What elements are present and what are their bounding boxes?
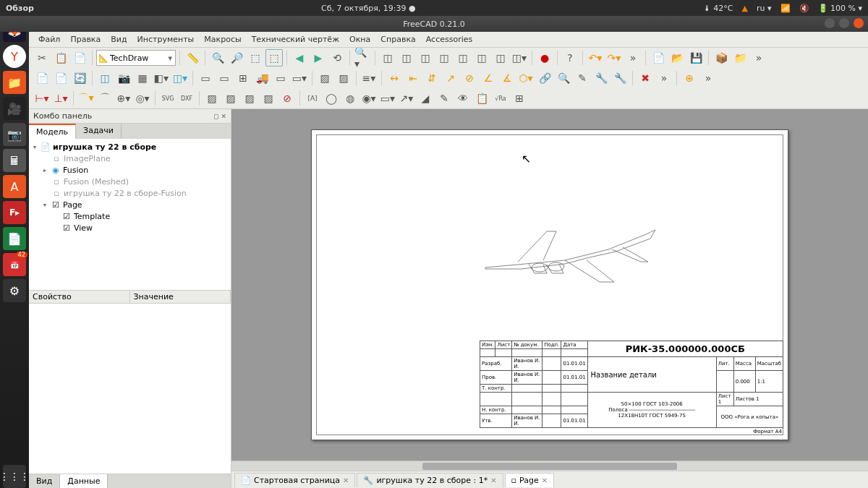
menu-view[interactable]: Вид xyxy=(106,35,132,44)
zoom-selection-button[interactable]: 🔎 xyxy=(228,49,245,67)
drawstyle-button[interactable]: ⬚ xyxy=(247,49,264,67)
menu-edit[interactable]: Правка xyxy=(65,35,106,44)
doc-tab-start[interactable]: 📄 Стартовая страница ✕ xyxy=(234,473,355,487)
doc-tab-model[interactable]: 🔧 игрушка ту 22 в сборе : 1* ✕ xyxy=(357,473,503,487)
td-add-midpoint-button[interactable]: ◉▾ xyxy=(360,90,378,107)
td-dim-link-button[interactable]: ⬡▾ xyxy=(517,69,535,87)
td-arch-view-button[interactable]: ▭ xyxy=(216,69,233,87)
window-minimize[interactable] xyxy=(825,18,835,28)
menu-tools[interactable]: Инструменты xyxy=(132,35,200,44)
td-show-all-button[interactable]: 👁 xyxy=(454,90,472,107)
tree-view[interactable]: ▾📄игрушка ту 22 в сборе ▫ImagePlane ▸◉Fu… xyxy=(29,139,231,291)
td-wrench-button[interactable]: 🔧 xyxy=(611,69,629,87)
view-rotate-button[interactable]: ◫▾ xyxy=(511,49,528,67)
export-dxf-button[interactable]: DXF xyxy=(178,90,195,107)
view-bottom-button[interactable]: ◫ xyxy=(473,49,490,67)
td-clip-group-button[interactable]: ▭▾ xyxy=(291,69,308,87)
td-stack-clear-button[interactable]: ⊘ xyxy=(278,90,296,107)
activities-button[interactable]: Обзор xyxy=(6,4,34,13)
dock-calendar[interactable]: 42📅 xyxy=(3,253,26,276)
dock-libreoffice[interactable]: 📄 xyxy=(3,227,26,250)
tree-item[interactable]: View xyxy=(74,223,93,233)
zoom-button[interactable]: 🔍▾ xyxy=(354,49,371,67)
workbench-selector[interactable]: TechDraw xyxy=(96,50,176,66)
dock-software[interactable]: A xyxy=(3,175,26,198)
td-detail-button[interactable]: ◫▾ xyxy=(171,69,189,87)
paste-button[interactable]: 📄 xyxy=(71,49,88,67)
tree-item[interactable]: Fusion (Meshed) xyxy=(64,177,129,187)
property-view[interactable] xyxy=(29,304,231,474)
tab-model[interactable]: Модель xyxy=(29,124,76,139)
td-ext-vert-button[interactable]: ⊥▾ xyxy=(52,90,69,107)
view-iso-button[interactable]: ◫ xyxy=(379,49,396,67)
td-draft-view-button[interactable]: ▭ xyxy=(197,69,214,87)
tree-item[interactable]: Page xyxy=(63,200,82,210)
td-leader-button[interactable]: [A] xyxy=(304,90,321,107)
td-dim-length-button[interactable]: ↔ xyxy=(386,69,403,87)
td-stack-down-button[interactable]: ▨ xyxy=(241,90,258,107)
td-cosmetic-vertex-button[interactable]: ◍ xyxy=(341,90,359,107)
dock-calculator[interactable]: 🖩 xyxy=(3,149,26,172)
crosshair-button[interactable]: ⊕ xyxy=(681,69,698,87)
open-button[interactable]: 📂 xyxy=(668,49,686,67)
dock-preferences[interactable]: ⚙ xyxy=(3,279,26,302)
volume-icon[interactable]: 🔇 xyxy=(799,4,809,13)
export-svg-button[interactable]: SVG xyxy=(159,90,176,107)
dock-freecad[interactable]: F▸ xyxy=(3,201,26,224)
combo-undock-button[interactable]: ◻ xyxy=(213,113,218,120)
td-rich-anno-button[interactable]: ◯ xyxy=(323,90,340,107)
tree-item[interactable]: ImagePlane xyxy=(64,154,111,163)
td-centerline-button[interactable]: ⌒ xyxy=(96,90,114,107)
dock-files[interactable]: 📁 xyxy=(3,71,26,94)
view-front-button[interactable]: ◫ xyxy=(398,49,415,67)
td-cosmetic-eraser-button[interactable]: ◢ xyxy=(417,90,434,107)
home-button[interactable]: ⟲ xyxy=(328,49,346,67)
part-box-button[interactable]: 📦 xyxy=(712,49,730,67)
combo-close-button[interactable]: ✕ xyxy=(221,113,226,120)
td-stack-up-button[interactable]: ▨ xyxy=(222,90,239,107)
td-balloon-button[interactable]: 🔗 xyxy=(536,69,553,87)
new-button[interactable]: 📄 xyxy=(650,49,667,67)
td-ext-horiz-button[interactable]: ⊢▾ xyxy=(33,90,51,107)
dock-yandex[interactable]: Y xyxy=(3,45,26,68)
menu-macros[interactable]: Макросы xyxy=(199,35,246,44)
td-share-view-button[interactable]: ▭ xyxy=(272,69,289,87)
td-move-view-button[interactable]: 🚚 xyxy=(253,69,271,87)
td-face-centerline-button[interactable]: ↗▾ xyxy=(398,90,415,107)
wifi-icon[interactable]: 📶 xyxy=(780,4,791,13)
dock-cheese[interactable]: 📷 xyxy=(3,123,26,146)
view-right-button[interactable]: ◫ xyxy=(435,49,453,67)
part-group-button[interactable]: 📁 xyxy=(731,49,749,67)
tree-item[interactable]: Fusion xyxy=(63,166,88,175)
menu-file[interactable]: Файл xyxy=(33,35,65,44)
td-dim-angle-button[interactable]: ∠ xyxy=(480,69,497,87)
tab-data-props[interactable]: Данные xyxy=(60,474,108,488)
tree-item[interactable]: Template xyxy=(74,212,110,221)
td-dim-vertical-button[interactable]: ⇵ xyxy=(423,69,441,87)
menu-accessories[interactable]: Accessories xyxy=(421,35,477,44)
alert-icon[interactable]: ▲ xyxy=(742,4,748,13)
td-projection-group-button[interactable]: ▦ xyxy=(134,69,151,87)
td-spreadsheet-button[interactable]: ⊞ xyxy=(234,69,252,87)
td-new-page-button[interactable]: 📄 xyxy=(33,69,51,87)
clock[interactable]: Сб, 7 октября, 19:39 ● xyxy=(34,4,703,13)
undo-button[interactable]: ↶▾ xyxy=(587,49,604,67)
tree-document[interactable]: игрушка ту 22 в сборе xyxy=(53,142,156,152)
whats-this-button[interactable]: ? xyxy=(561,49,579,67)
drawing-canvas[interactable]: ↖ xyxy=(231,109,868,461)
td-dim-diameter-button[interactable]: ⊘ xyxy=(461,69,478,87)
td-hatch-button[interactable]: ▨ xyxy=(316,69,333,87)
macro-rec-button[interactable]: ● xyxy=(536,49,553,67)
menu-windows[interactable]: Окна xyxy=(344,35,375,44)
td-2line-center-button[interactable]: ⊕▾ xyxy=(115,90,132,107)
battery-indicator[interactable]: 🔋 100 % ▾ xyxy=(818,4,862,13)
measure-button[interactable]: 📏 xyxy=(184,49,201,67)
td-dim-horizontal-button[interactable]: ⇤ xyxy=(404,69,422,87)
horizontal-scrollbar[interactable] xyxy=(231,461,868,471)
window-maximize[interactable] xyxy=(839,18,849,28)
menu-help[interactable]: Справка xyxy=(375,35,420,44)
td-geo-hatch-button[interactable]: ▨ xyxy=(335,69,352,87)
td-dim-radius-button[interactable]: ↗ xyxy=(442,69,459,87)
td-stack-bottom-button[interactable]: ▨ xyxy=(260,90,277,107)
td-axo-dim-button[interactable]: 🔍 xyxy=(555,69,572,87)
